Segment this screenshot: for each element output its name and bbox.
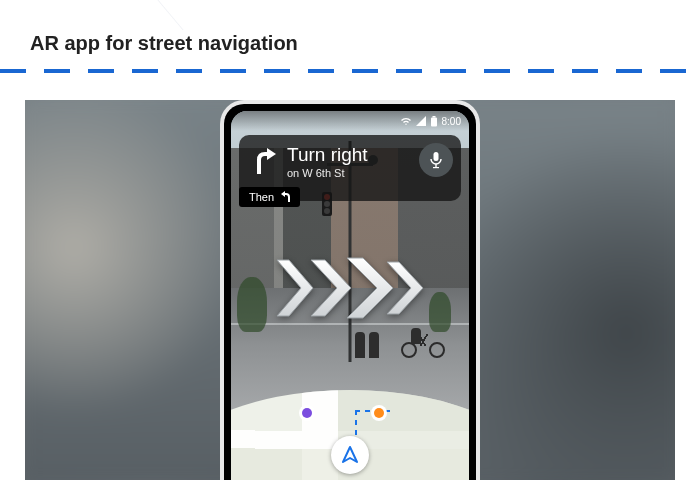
navigation-cursor-icon <box>340 445 360 465</box>
svg-rect-3 <box>435 164 436 167</box>
wifi-icon <box>400 116 412 126</box>
current-location-button[interactable] <box>331 436 369 474</box>
svg-rect-1 <box>432 116 435 118</box>
svg-rect-2 <box>434 152 439 161</box>
next-step-label: Then <box>249 191 274 203</box>
camera-tree <box>237 277 267 332</box>
page-title: AR app for street navigation <box>0 0 700 69</box>
phone-mockup: 8:00 Turn right on W 6th St <box>220 100 480 480</box>
turn-left-arrow-icon <box>280 191 292 203</box>
phone-screen: 8:00 Turn right on W 6th St <box>231 111 469 480</box>
status-time: 8:00 <box>442 116 461 127</box>
voice-button[interactable] <box>419 143 453 177</box>
next-step-chip[interactable]: Then <box>239 187 300 207</box>
battery-icon <box>430 116 438 127</box>
cell-signal-icon <box>416 116 426 126</box>
food-pin-icon[interactable] <box>374 408 384 418</box>
camera-pedestrian <box>355 332 365 358</box>
camera-pedestrian <box>369 332 379 358</box>
svg-rect-0 <box>431 117 437 126</box>
ar-direction-arrows <box>275 256 425 320</box>
showcase-frame: 8:00 Turn right on W 6th St <box>25 100 675 480</box>
mini-map[interactable] <box>231 390 469 480</box>
status-bar: 8:00 <box>231 111 469 131</box>
divider <box>0 69 700 73</box>
camera-cyclist <box>401 330 445 358</box>
turn-right-arrow-icon <box>251 147 277 179</box>
camera-tree <box>429 292 451 332</box>
mic-icon <box>429 151 443 169</box>
svg-rect-4 <box>433 167 439 168</box>
